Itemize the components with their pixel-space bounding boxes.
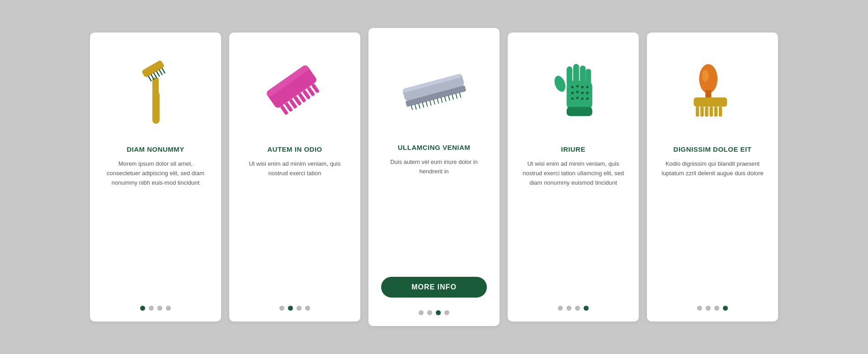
svg-line-34 [460,93,461,98]
svg-point-50 [586,92,589,94]
dot-1-3 [157,306,162,311]
dot-2-4 [305,306,310,311]
dot-4-3 [575,306,580,311]
dot-2-2 [288,306,293,311]
dot-1-4 [166,306,171,311]
card-3-icon [381,44,487,135]
svg-line-27 [434,100,435,104]
card-2-text: Ut wisi enim ad minim veniam, quis nostr… [242,159,348,298]
svg-line-8 [162,68,165,73]
svg-line-29 [441,98,443,102]
svg-rect-56 [705,90,711,98]
svg-line-22 [415,105,416,109]
svg-point-44 [576,85,579,88]
card-1-title: DIAM NONUMMY [127,145,184,153]
svg-point-49 [581,92,584,94]
dot-5-4 [723,306,728,311]
dot-5-2 [706,306,711,311]
svg-point-47 [571,92,574,94]
svg-point-46 [586,86,589,88]
svg-line-5 [154,73,156,78]
svg-line-24 [423,103,424,107]
svg-line-32 [452,95,453,99]
svg-point-54 [586,98,589,100]
card-dignissim-doloe-eit: DIGNISSIM DOLOE EIT Kodio dignissim qui … [647,33,778,321]
svg-rect-60 [705,107,708,116]
svg-rect-2 [141,60,165,78]
card-3-text: Duis autem vel eum iriure dolor in hendr… [381,158,487,269]
svg-rect-0 [152,91,160,124]
card-4-title: IRIURE [561,145,585,153]
card-autem-in-odio: AUTEM IN ODIO Ut wisi enim ad minim veni… [229,33,360,321]
dot-2-3 [297,306,302,311]
svg-point-51 [571,98,574,100]
dot-4-1 [558,306,563,311]
svg-point-55 [699,64,717,93]
card-ullamcing-veniam: ULLAMCING VENIAM Duis autem vel eum iriu… [368,28,500,326]
cards-container: DIAM NONUMMY Morem ipsum dolor sit amet,… [63,10,805,344]
card-4-text: Ut wisi enim ad minim veniam, quis nostr… [520,159,626,298]
card-1-icon [103,46,208,136]
dot-3-3 [436,310,441,315]
card-2-icon [242,46,348,136]
card-2-dots [279,306,310,311]
card-1-text: Morem ipsum dolor sit amet, consectetuer… [103,159,208,298]
svg-rect-1 [152,78,159,95]
svg-point-64 [702,70,709,82]
card-5-dots [697,306,728,311]
dot-5-3 [714,306,719,311]
card-4-icon [520,46,626,136]
dot-1-2 [149,306,154,311]
svg-point-36 [552,75,567,93]
svg-line-26 [430,101,431,105]
svg-line-4 [151,75,154,79]
svg-rect-57 [693,98,727,107]
svg-point-45 [581,86,584,88]
svg-line-28 [437,99,439,103]
svg-point-43 [571,86,574,88]
svg-rect-63 [719,107,722,116]
card-diam-nonummy: DIAM NONUMMY Morem ipsum dolor sit amet,… [90,33,221,321]
svg-rect-59 [700,107,703,116]
card-4-dots [558,306,589,311]
svg-rect-41 [566,81,592,110]
svg-rect-61 [710,107,713,116]
dot-4-4 [584,306,589,311]
dot-4-2 [566,306,571,311]
dot-3-1 [419,310,424,315]
card-5-text: Kodio dignissim qui blandit praesent lup… [660,159,765,298]
svg-rect-58 [696,107,699,116]
svg-line-33 [456,94,457,98]
dot-2-1 [279,306,284,311]
card-2-title: AUTEM IN ODIO [267,145,322,153]
svg-point-48 [576,91,579,93]
svg-line-25 [426,102,428,107]
svg-rect-62 [714,107,717,116]
svg-line-30 [445,97,446,102]
dot-5-1 [697,306,702,311]
card-3-title: ULLAMCING VENIAM [398,144,471,151]
more-info-button[interactable]: MORE INFO [381,277,487,298]
svg-line-31 [448,96,450,100]
svg-point-52 [576,97,579,99]
card-1-dots [140,306,171,311]
svg-line-6 [156,71,159,76]
svg-line-21 [411,106,413,110]
card-5-title: DIGNISSIM DOLOE EIT [674,145,752,153]
dot-1-1 [140,306,145,311]
svg-rect-42 [566,107,592,116]
card-iriure: IRIURE Ut wisi enim ad minim veniam, qui… [508,33,639,321]
svg-point-53 [581,98,584,100]
svg-line-7 [160,70,162,75]
svg-line-3 [148,76,151,81]
card-3-dots [419,310,449,315]
svg-line-23 [419,104,420,108]
dot-3-4 [444,310,449,315]
card-5-icon [660,46,765,136]
dot-3-2 [427,310,432,315]
